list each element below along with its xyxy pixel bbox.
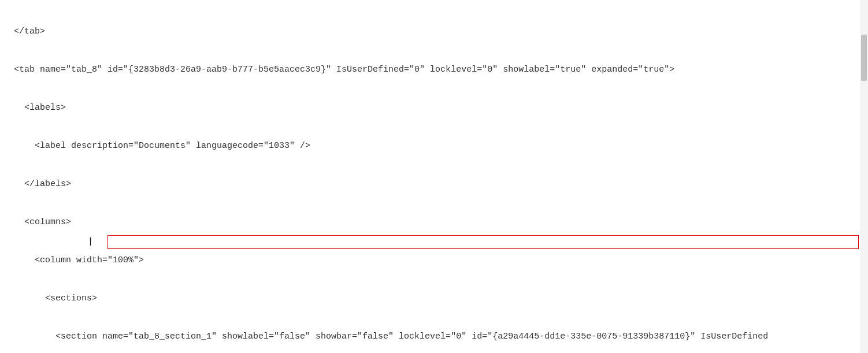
code-line: <tab name="tab_8" id="{3283b8d3-26a9-aab… [3,64,865,76]
code-line: </tab> [3,25,865,38]
xml-code-block[interactable]: </tab> <tab name="tab_8" id="{3283b8d3-2… [0,0,868,353]
code-line: <label description="Documents" languagec… [3,140,865,153]
vertical-scrollbar-thumb[interactable] [861,35,867,81]
code-line: <labels> [3,102,865,114]
code-line: <sections> [3,292,865,305]
highlight-rectangle [107,235,859,249]
code-line: </labels> [3,178,865,191]
code-line: <columns> [3,216,865,229]
text-caret: | [88,236,88,246]
code-line: <column width="100%"> [3,254,865,267]
vertical-scrollbar-track[interactable] [860,0,868,353]
code-line: <section name="tab_8_section_1" showlabe… [3,330,865,343]
